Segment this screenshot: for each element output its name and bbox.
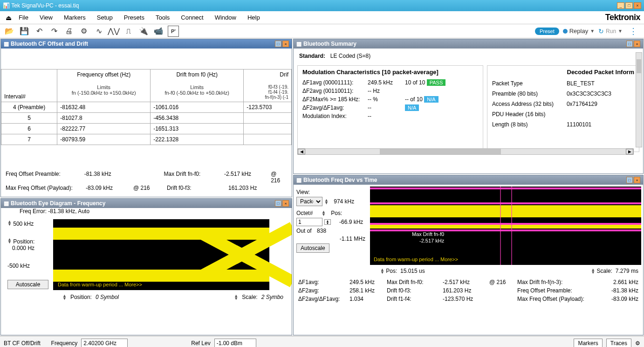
menu-window[interactable]: Window [209,12,242,23]
panel-summary-header[interactable]: ▦ Bluetooth Summary □ × [294,39,643,49]
dec-row: Access Address (32 bits)0x71764129 [492,99,634,109]
spinner-icon[interactable]: ▲▼ [7,220,12,226]
menu-help[interactable]: Help [242,12,266,23]
signal3-icon[interactable]: ⎍ [123,26,134,37]
eye-autoscale-button[interactable]: Autoscale [7,280,48,289]
markers-button[interactable]: Markers [574,339,602,347]
workspace: ▦ Bluetooth CF Offset and Drift □ × Inte… [0,38,644,336]
vertical-scrollbar[interactable] [636,52,642,147]
panel-fdt-header[interactable]: ▦ Bluetooth Freq Dev vs Time □ × [294,175,643,185]
fdt-stat-row: ΔF1avg:249.5 kHzMax Drift fn-f0:-2.517 k… [298,278,638,286]
gear-icon[interactable]: ⚙ [78,26,89,37]
grid-icon: ▦ [4,200,9,207]
panel-eye-header[interactable]: ▦ Bluetooth Eye Diagram - Frequency □ × [1,199,292,208]
panel-close-button[interactable]: × [282,200,289,207]
fdt-pos-label: Pos: [331,210,342,216]
table-row[interactable]: 5-81027.8-456.3438 [1,113,292,124]
menu-connect[interactable]: Connect [175,12,209,23]
open-icon[interactable]: 📂 [4,26,15,37]
spinner-icon[interactable]: ▲▼ [62,294,67,300]
eye-ybot: -500 kHz [7,263,48,269]
power-icon[interactable]: 🔌 [138,26,149,37]
panel-fdt-title: Bluetooth Freq Dev vs Time [303,177,625,183]
menu-presets[interactable]: Presets [118,12,150,23]
eye-ytop: 500 kHz [13,221,34,227]
table-row[interactable]: 6-82222.77-1651.313 [1,124,292,134]
eye-pos-label: Position: [70,294,92,300]
fdt-foot-scale-l: Scale: [597,268,612,274]
undo-icon[interactable]: ↶ [34,26,45,37]
menu-setup[interactable]: Setup [91,12,118,23]
outof-label: Out of [296,228,312,234]
panel-maximize-button[interactable]: □ [626,177,633,183]
horizontal-scrollbar[interactable]: ◀ ▶ [297,148,634,155]
fdt-warn-text[interactable]: Data from warm-up period ... More>> [374,257,458,262]
kebab-menu-icon[interactable]: ⋮ [626,26,640,36]
stepper-icon[interactable]: ▲▼ [324,219,331,225]
ctrl-label1: BT CF Off/Drift [4,340,41,347]
traces-button[interactable]: Traces [606,339,631,347]
redo-icon[interactable]: ↷ [48,26,60,37]
fdt-stat-row: ΔF2avg:258.1 kHzDrift f0-f3:161.203 HzFr… [298,286,638,295]
eye-chart[interactable]: Data from warm-up period ... More>> [53,219,269,290]
fdt-autoscale-button[interactable]: Autoscale [296,243,329,253]
gear-icon[interactable]: ⚙ [635,340,640,347]
home-icon[interactable]: ⏏ [4,14,13,21]
menu-file[interactable]: File [13,12,34,23]
preset-button[interactable]: Preset [535,28,559,35]
print-icon[interactable]: 🖨 [63,26,75,37]
refresh-icon: ↻ [598,28,604,35]
panel-close-button[interactable]: × [634,41,640,47]
frequency-input[interactable] [81,339,128,347]
spinner-icon[interactable]: ▲▼ [322,210,326,216]
panel-maximize-button[interactable]: □ [626,41,633,47]
eye-warn-text[interactable]: Data from warm-up period ... More>> [58,282,142,287]
panel-close-button[interactable]: × [634,177,640,183]
ref-lev-input[interactable] [214,339,256,347]
col-freq-limits: Limits fn (-150.0kHz to +150.0kHz) [60,84,147,96]
stat-df0f3-label: Drift f0-f3: [167,185,223,191]
panel-cf-header[interactable]: ▦ Bluetooth CF Offset and Drift □ × [1,39,292,49]
octet-input[interactable] [296,218,322,226]
toolbar: 📂 💾 ↶ ↷ 🖨 ⚙ ∿ ⋀⋁ ⎍ 🔌 📹 P' Preset Replay … [0,24,644,38]
stat-mdf-at: @ 216 [271,171,287,184]
fdt-chart[interactable]: Max Drift fn-f0 -2.517 kHz Data from war… [370,187,641,265]
panel-maximize-button[interactable]: □ [275,200,281,207]
window-maximize-button[interactable]: □ [625,2,633,9]
signal2-icon[interactable]: ⋀⋁ [108,26,119,37]
view-select[interactable]: Packet [296,197,322,206]
signal1-icon[interactable]: ∿ [93,26,104,37]
spinner-icon[interactable]: ▲▼ [7,238,12,243]
eye-status-text: Freq Error: -81.38 kHz, Auto [20,208,292,215]
spinner-icon[interactable]: ▲▼ [324,199,329,204]
scroll-left-icon[interactable]: ◀ [298,149,305,154]
window-minimize-button[interactable]: _ [617,2,624,9]
eye-pos-label: Position: [13,238,34,245]
table-row[interactable]: 7-80793.59-222.1328 [1,134,292,145]
run-button[interactable]: ↻ Run ▼ [598,28,623,35]
menu-view[interactable]: View [34,12,58,23]
col-drif-title: Drif [247,71,288,78]
menu-markers[interactable]: Markers [58,12,91,23]
chevron-down-icon: ▼ [590,28,595,34]
fdt-anno-1: Max Drift fn-f0 [412,231,444,237]
grid-icon: ▦ [296,177,301,183]
panel-close-button[interactable]: × [282,41,289,47]
scroll-right-icon[interactable]: ▶ [626,149,633,154]
save-icon[interactable]: 💾 [19,26,30,37]
app-icon: 📊 [3,2,11,9]
camera-icon[interactable]: 📹 [153,26,164,37]
menu-tools[interactable]: Tools [150,12,175,23]
panel-maximize-button[interactable]: □ [275,41,281,47]
dec-row: Preamble (80 bits)0x3C3C3C3C3C3 [492,89,634,99]
cf-table-scroll[interactable]: Interval# Frequency offset (Hz) Limits f… [1,69,292,167]
stat-mfo-at: @ 216 [133,185,161,191]
window-close-button[interactable]: × [634,2,641,9]
table-row[interactable]: 4 (Preamble)-81632.48-1061.016-123.5703 [1,102,292,113]
spinner-icon[interactable]: ▲▼ [380,268,384,274]
p-tool-icon[interactable]: P' [168,26,179,37]
menu-bar: ⏏ File View Markers Setup Presets Tools … [0,11,644,24]
spinner-icon[interactable]: ▲▼ [591,268,595,274]
replay-button[interactable]: Replay ▼ [563,28,595,35]
spinner-icon[interactable]: ▲▼ [234,294,238,300]
